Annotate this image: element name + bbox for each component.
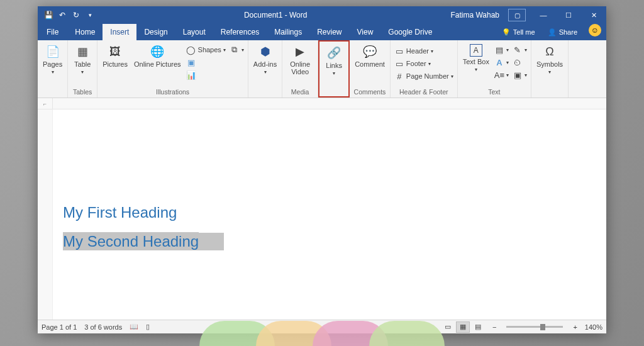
group-addins: ⬢ Add-ins ▾ (248, 40, 282, 98)
addins-button[interactable]: ⬢ Add-ins ▾ (251, 43, 279, 76)
table-button[interactable]: ▦ Table ▾ (70, 43, 94, 76)
share-button[interactable]: 👤 Share (541, 24, 584, 40)
undo-icon[interactable]: ↶ (57, 9, 68, 21)
group-comments-label: Comments (352, 87, 387, 96)
background-decoration (209, 321, 435, 346)
page-number-button[interactable]: #Page Number▾ (393, 70, 455, 82)
signature-icon: ✎ (513, 45, 523, 55)
shapes-icon: ◯ (186, 45, 196, 55)
ruler-horizontal[interactable]: ⌐ 1 2 3 4 5 6 (38, 98, 606, 109)
tab-file[interactable]: File (38, 24, 67, 40)
comment-button[interactable]: 💬 Comment (352, 43, 387, 69)
shapes-button[interactable]: ◯Shapes▾ (185, 44, 227, 55)
wordart-button[interactable]: A▾ (493, 57, 510, 68)
macro-icon[interactable]: ▯ (146, 323, 150, 331)
qat-customize-icon[interactable]: ▾ (84, 9, 96, 21)
footer-button[interactable]: ▭Footer▾ (393, 58, 455, 69)
links-label: Links (326, 62, 342, 69)
tab-home[interactable]: Home (67, 24, 103, 40)
dropcap-button[interactable]: A≡▾ (493, 69, 510, 81)
save-icon[interactable]: 💾 (43, 9, 54, 21)
group-text-label: Text (460, 87, 528, 96)
pages-label: Pages (43, 60, 62, 68)
addins-icon: ⬢ (258, 44, 273, 59)
view-buttons: ▭ ▦ ▤ (441, 321, 485, 333)
redo-icon[interactable]: ↻ (70, 9, 82, 21)
signature-button[interactable]: ✎▾ (511, 44, 528, 55)
symbols-icon: Ω (542, 44, 557, 59)
feedback-smiley-icon[interactable]: ☺ (589, 24, 601, 36)
group-tables-label: Tables (70, 87, 94, 96)
header-label: Header (406, 47, 429, 55)
datetime-button[interactable]: ⏲ (511, 57, 528, 68)
header-button[interactable]: ▭Header▾ (393, 45, 455, 57)
tab-google-drive[interactable]: Google Drive (380, 24, 440, 40)
table-label: Table (74, 60, 91, 68)
maximize-button[interactable]: ☐ (556, 6, 581, 24)
group-media-label: Media (285, 87, 315, 96)
symbols-button[interactable]: Ω Symbols ▾ (534, 43, 565, 76)
group-text: A Text Box ▾ ▤▾ A▾ A≡▾ ✎▾ ⏲ ▣▾ Text (458, 40, 531, 98)
tab-insert[interactable]: Insert (103, 24, 136, 40)
pages-button[interactable]: 📄 Pages ▾ (40, 43, 65, 76)
group-links: 🔗 Links ▾ (318, 40, 350, 98)
chart-icon: 📊 (186, 70, 196, 80)
spellcheck-icon[interactable]: 📖 (130, 323, 138, 331)
word-window: 💾 ↶ ↻ ▾ Document1 - Word Fatima Wahab ▢ … (38, 6, 606, 333)
online-video-button[interactable]: ▶ Online Video (285, 43, 315, 77)
heading-1[interactable]: My First Heading (63, 204, 224, 221)
pictures-button[interactable]: 🖼 Pictures (100, 43, 130, 69)
chevron-down-icon: ▾ (81, 69, 84, 75)
zoom-out-button[interactable]: − (492, 323, 496, 331)
datetime-icon: ⏲ (513, 57, 523, 67)
comment-label: Comment (355, 60, 385, 68)
text-selection[interactable]: My Second Heading (63, 233, 224, 250)
ruler-vertical[interactable] (38, 109, 53, 320)
web-layout-button[interactable]: ▤ (471, 321, 485, 333)
status-page[interactable]: Page 1 of 1 (42, 323, 77, 331)
table-icon: ▦ (75, 44, 90, 59)
zoom-slider[interactable] (506, 326, 563, 328)
zoom-in-button[interactable]: + (573, 323, 577, 331)
online-pictures-icon: 🌐 (150, 44, 165, 59)
header-icon: ▭ (394, 46, 404, 56)
zoom-level[interactable]: 140% (585, 323, 602, 331)
quickparts-icon: ▤ (494, 45, 504, 55)
group-label (40, 95, 65, 96)
screenshot-button[interactable]: ⧉▾ (228, 44, 245, 55)
document-area: My First Heading My Second Heading (38, 109, 606, 320)
read-mode-button[interactable]: ▭ (441, 321, 455, 333)
print-layout-button[interactable]: ▦ (456, 321, 470, 333)
status-words[interactable]: 3 of 6 words (84, 323, 122, 331)
group-tables: ▦ Table ▾ Tables (68, 40, 97, 98)
chart-button[interactable]: 📊 (185, 69, 227, 81)
quickparts-button[interactable]: ▤▾ (493, 44, 510, 55)
video-icon: ▶ (292, 44, 308, 59)
close-button[interactable]: ✕ (581, 6, 606, 24)
chevron-down-icon: ▾ (52, 69, 54, 75)
group-header-footer: ▭Header▾ ▭Footer▾ #Page Number▾ Header &… (391, 40, 458, 98)
tab-design[interactable]: Design (136, 24, 175, 40)
online-pictures-button[interactable]: 🌐 Online Pictures (131, 43, 184, 69)
object-button[interactable]: ▣▾ (511, 69, 528, 81)
group-links-label (322, 94, 346, 95)
zoom-thumb[interactable] (540, 324, 545, 330)
tab-references[interactable]: References (213, 24, 267, 40)
tell-me[interactable]: 💡 Tell me (496, 24, 541, 40)
tab-view[interactable]: View (350, 24, 381, 40)
links-button[interactable]: 🔗 Links ▾ (322, 44, 346, 77)
user-name[interactable]: Fatima Wahab (450, 11, 499, 20)
page-canvas[interactable]: My First Heading My Second Heading (53, 109, 606, 320)
minimize-button[interactable]: — (531, 6, 556, 24)
tab-layout[interactable]: Layout (175, 24, 213, 40)
heading-2[interactable]: My Second Heading (63, 232, 199, 250)
ribbon-display-options-icon[interactable]: ▢ (508, 9, 526, 21)
tab-mailings[interactable]: Mailings (267, 24, 309, 40)
document-content: My First Heading My Second Heading (63, 204, 224, 250)
tab-review[interactable]: Review (309, 24, 349, 40)
smartart-button[interactable]: ▣ (185, 57, 227, 68)
ribbon-tabs: File Home Insert Design Layout Reference… (38, 24, 606, 40)
group-media: ▶ Online Video Media (282, 40, 318, 98)
textbox-button[interactable]: A Text Box ▾ (460, 43, 492, 74)
comment-icon: 💬 (362, 44, 377, 59)
